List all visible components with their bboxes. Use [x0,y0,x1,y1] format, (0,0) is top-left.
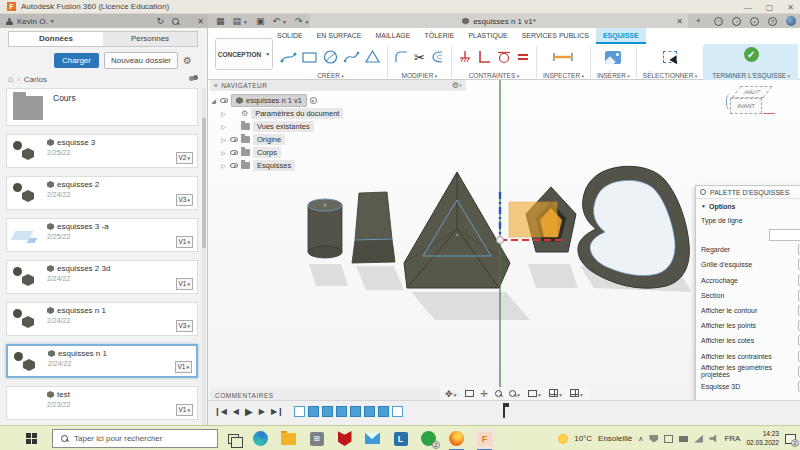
breadcrumb-project[interactable]: Carlos [24,75,47,84]
workspace-selector[interactable]: CONCEPTION ▼ [215,38,273,70]
file-card[interactable]: esquisses 3 -a 2/25/22 V1 [6,218,198,252]
search-icon[interactable] [172,18,179,25]
tree-row[interactable]: ▷ Vues existantes [210,120,466,133]
play-icon[interactable]: ▶ [245,406,253,417]
timeline-feature[interactable] [322,406,333,417]
weather-temp[interactable]: 10°C [574,434,592,443]
taskbar-libreoffice-icon[interactable]: L [392,430,409,447]
taskbar-mail-icon[interactable] [364,430,381,447]
activate-component-icon[interactable] [310,97,317,104]
collapse-arrow-icon[interactable]: ▷ [220,149,227,156]
document-tab[interactable]: esquisses n 1 v1* ✕ [310,14,688,28]
redo-icon[interactable]: ↷▼ [295,14,310,29]
save-icon[interactable]: ▣ [256,14,265,28]
timeline-feature[interactable] [308,406,319,417]
taskbar-edge-icon[interactable] [252,430,269,447]
ribbon-tab[interactable]: PLASTIQUE [461,28,514,44]
tree-row[interactable]: ▷ Corps [210,146,466,159]
step-forward-icon[interactable]: ▶ [259,407,265,416]
trim-tool-icon[interactable]: ✂ [414,50,425,65]
circle-tool-icon[interactable] [322,49,339,65]
ribbon-tab[interactable]: MAILLAGE [368,28,417,44]
linetype-selector[interactable] [696,228,800,242]
step-back-icon[interactable]: ◀ [233,407,239,416]
network-icon[interactable] [694,435,703,443]
visibility-eye-icon[interactable] [230,150,238,155]
equal-constraint-icon[interactable] [516,49,530,65]
file-card[interactable]: esquisses 2 3d 2/24/22 V1 [6,260,198,294]
tree-root-row[interactable]: ◢ esquisses n 1 v1 [210,94,466,107]
folder-card[interactable]: Cours [6,88,198,126]
insert-image-icon[interactable] [605,51,621,64]
taskbar-xbox-icon[interactable]: 2 [420,430,437,447]
options-section-header[interactable]: ▼ Options [696,199,800,213]
collapse-arrow-icon[interactable]: ▷ [220,123,227,130]
file-card[interactable]: esquisses n 1 2/24/22 V3 [6,302,198,336]
measure-tool-icon[interactable] [552,49,574,65]
collapse-arrow-icon[interactable]: ▷ [220,110,227,117]
taskbar-store-icon[interactable]: ⊞ [308,430,325,447]
viewports-icon[interactable]: ▼ [570,389,584,399]
version-dropdown[interactable]: V2 [176,152,193,164]
visibility-eye-icon[interactable] [220,98,228,103]
go-end-icon[interactable]: ▶❙ [271,407,284,416]
viewcube-front-face[interactable]: AVANT [730,98,762,114]
extensions-icon[interactable]: ◠ [714,17,723,26]
finish-sketch-button[interactable]: ✓ TERMINER L'ESQUISSE [704,44,798,80]
tangent-constraint-icon[interactable] [496,49,512,65]
avatar[interactable] [786,16,796,26]
orbit-icon[interactable]: ✥▼ [445,389,458,399]
file-menu-icon[interactable]: ▤▼ [233,14,248,29]
palette-dock-icon[interactable] [700,189,706,195]
tree-row[interactable]: ▷ Origine [210,133,466,146]
version-dropdown[interactable]: V1 [176,404,193,416]
refresh-icon[interactable]: ↻ [156,14,164,28]
close-tab-icon[interactable]: ✕ [676,17,683,26]
scrollbar[interactable] [202,88,206,438]
pan-icon[interactable]: ✛ [481,389,489,399]
group-label-creer[interactable]: CRÉER [317,72,344,79]
timeline-feature[interactable] [336,406,347,417]
file-card[interactable]: test 2/23/22 V1 [6,386,198,420]
close-button[interactable]: ✕ [787,3,794,12]
ribbon-tab[interactable]: SOLIDE [270,28,310,44]
battery-icon[interactable] [679,436,688,442]
minimize-button[interactable]: — [744,3,752,12]
ribbon-tab[interactable]: EN SURFACE [310,28,369,44]
select-tool-icon[interactable] [663,51,677,63]
viewcube-top-face[interactable]: HAUT [731,86,772,98]
view-cube[interactable]: HAUT AVANT [726,86,778,126]
home-icon[interactable]: ⌂ [8,74,13,84]
zoom-icon[interactable] [495,389,502,399]
weather-sun-icon[interactable] [558,434,568,444]
fillet-tool-icon[interactable] [394,49,410,65]
security-tray-icon[interactable] [649,435,658,443]
collapse-icon[interactable]: « [214,82,218,89]
offset-tool-icon[interactable] [429,49,445,65]
panel-expand-icon[interactable]: › [459,82,462,89]
look-at-icon[interactable] [465,389,474,399]
taskbar-search[interactable]: Taper ici pour rechercher [52,429,218,448]
fix-constraint-icon[interactable] [458,49,473,65]
close-panel-icon[interactable]: ✕ [197,17,204,26]
weather-text[interactable]: Ensoleillé [598,434,632,443]
fit-icon[interactable]: ▼ [509,389,521,399]
volume-icon[interactable] [709,435,718,443]
language-indicator[interactable]: FRA [724,434,740,443]
visibility-eye-icon[interactable] [230,163,238,168]
navigator-gear-icon[interactable]: ⚙ [452,81,460,91]
user-menu[interactable]: Kevin O. ▼ ↻ ✕ [0,14,208,28]
tab-donnees[interactable]: Données [9,32,103,46]
tree-row[interactable]: ▷ Esquisses [210,159,466,172]
display-settings-icon[interactable]: ▼ [528,389,542,399]
tray-expand-icon[interactable]: ∧ [638,435,643,443]
tab-personnes[interactable]: Personnes [103,32,197,46]
version-dropdown[interactable]: V3 [176,320,193,332]
ribbon-tab[interactable]: TÔLERIE [417,28,461,44]
timeline-feature[interactable] [350,406,361,417]
perpendicular-constraint-icon[interactable] [477,49,492,65]
timeline-feature[interactable] [294,406,305,417]
group-label-selectionner[interactable]: SÉLECTIONNER [643,72,697,79]
collapse-arrow-icon[interactable]: ▷ [220,136,227,143]
file-card[interactable]: esquisses 2 2/24/22 V3 [6,176,198,210]
